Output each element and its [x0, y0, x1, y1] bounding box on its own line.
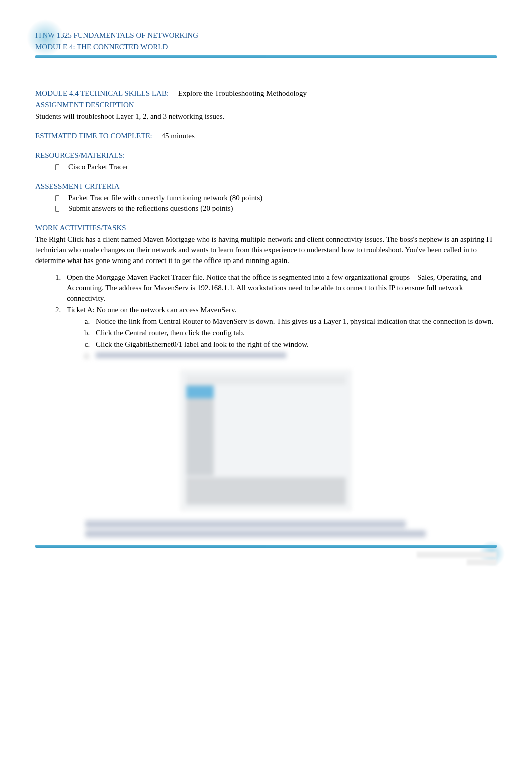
assessment-label: ASSESSMENT CRITERIA: [35, 181, 497, 192]
document-footer: [35, 545, 497, 565]
list-item: Submit answers to the reflections questi…: [55, 203, 497, 214]
footer-text-obscured: [35, 552, 497, 565]
list-item: Open the Mortgage Maven Packet Tracer fi…: [63, 272, 497, 304]
list-item: Cisco Packet Tracer: [55, 162, 497, 172]
resources-list: Cisco Packet Tracer: [35, 162, 497, 172]
list-item: Notice the link from Central Router to M…: [92, 316, 497, 327]
document-header: ITNW 1325 FUNDAMENTALS OF NETWORKING MOD…: [35, 30, 497, 58]
resources-label: RESOURCES/MATERIALS:: [35, 150, 497, 161]
header-rule: [35, 55, 497, 58]
list-item-obscured: [92, 351, 497, 361]
lab-title-value: Explore the Troubleshooting Methodology: [178, 89, 307, 97]
footer-rule: [35, 545, 497, 548]
list-item: Ticket A: No one on the network can acce…: [63, 305, 497, 361]
list-item: Packet Tracer file with correctly functi…: [55, 193, 497, 203]
screenshot-placeholder: [181, 370, 351, 510]
obscured-text-block: [85, 520, 497, 537]
work-block: WORK ACTIVITIES/TASKS The Right Click ha…: [35, 223, 497, 361]
course-title: ITNW 1325 FUNDAMENTALS OF NETWORKING: [35, 30, 497, 41]
assessment-list: Packet Tracer file with correctly functi…: [35, 193, 497, 214]
work-intro: The Right Click has a client named Maven…: [35, 234, 497, 266]
assignment-description-block: ASSIGNMENT DESCRIPTION Students will tro…: [35, 100, 497, 122]
assignment-desc-text: Students will troubleshoot Layer 1, 2, a…: [35, 111, 497, 122]
resources-block: RESOURCES/MATERIALS: Cisco Packet Tracer: [35, 150, 497, 172]
work-substeps: Notice the link from Central Router to M…: [67, 316, 497, 361]
assignment-desc-label: ASSIGNMENT DESCRIPTION: [35, 100, 497, 110]
assessment-block: ASSESSMENT CRITERIA Packet Tracer file w…: [35, 181, 497, 214]
time-value: 45 minutes: [162, 132, 195, 140]
time-block: ESTIMATED TIME TO COMPLETE: 45 minutes: [35, 131, 497, 141]
list-item: Click the Central router, then click the…: [92, 328, 497, 338]
time-label: ESTIMATED TIME TO COMPLETE:: [35, 132, 152, 140]
module-title: MODULE 4: THE CONNECTED WORLD: [35, 42, 497, 52]
work-label: WORK ACTIVITIES/TASKS: [35, 223, 497, 233]
lab-title-label: MODULE 4.4 TECHNICAL SKILLS LAB:: [35, 89, 169, 97]
work-steps: Open the Mortgage Maven Packet Tracer fi…: [35, 272, 497, 361]
step-text: Ticket A: No one on the network can acce…: [67, 306, 236, 314]
list-item: Click the GigabitEthernet0/1 label and l…: [92, 339, 497, 350]
lab-title-row: MODULE 4.4 TECHNICAL SKILLS LAB: Explore…: [35, 88, 497, 99]
